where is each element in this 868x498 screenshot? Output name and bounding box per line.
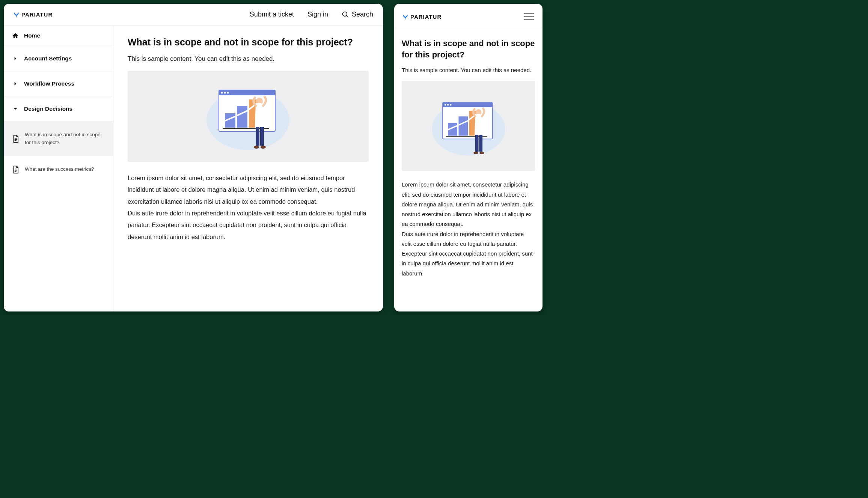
sign-in-link[interactable]: Sign in <box>307 11 328 18</box>
sidebar-subitem-label: What is in scope and not in scope for th… <box>25 131 105 147</box>
article-illustration <box>128 71 369 162</box>
svg-point-39 <box>479 152 484 154</box>
document-icon <box>12 165 20 174</box>
article-illustration-mobile <box>402 81 535 171</box>
desktop-view: PARIATUR Submit a ticket Sign in Search … <box>4 4 383 311</box>
article-paragraph-1-mobile: Lorem ipsum dolor sit amet, consectetur … <box>402 180 535 229</box>
svg-point-11 <box>221 92 223 94</box>
chevron-down-icon <box>12 105 19 112</box>
svg-rect-37 <box>479 135 482 152</box>
mobile-view: PARIATUR What is in scope and not in sco… <box>394 4 542 311</box>
svg-point-38 <box>473 152 478 154</box>
main-content: What is in scope and not in scope for th… <box>113 26 383 311</box>
brand-logo-mobile[interactable]: PARIATUR <box>402 14 442 20</box>
search-button[interactable]: Search <box>342 11 373 18</box>
svg-point-22 <box>254 146 259 149</box>
article-lead-mobile: This is sample content. You can edit thi… <box>402 67 535 73</box>
submit-ticket-link[interactable]: Submit a ticket <box>250 11 294 18</box>
mobile-main-content: What is in scope and not in scope for th… <box>394 28 542 311</box>
sidebar-subitem-label: What are the success metrics? <box>25 165 94 173</box>
sidebar-item-workflow-process[interactable]: Workflow Process <box>4 71 113 96</box>
sidebar: Home Account Settings Workflow Process D… <box>4 26 113 311</box>
article-paragraph-2: Duis aute irure dolor in reprehenderit i… <box>128 208 369 243</box>
mobile-header: PARIATUR <box>394 4 542 28</box>
sidebar-item-label: Design Decisions <box>24 105 72 112</box>
chart-person-illustration-icon <box>199 79 297 154</box>
search-label: Search <box>352 11 373 18</box>
home-icon <box>12 32 19 39</box>
article-lead: This is sample content. You can edit thi… <box>128 55 369 63</box>
hamburger-menu-button[interactable] <box>524 11 534 22</box>
brand-name-mobile: PARIATUR <box>410 14 442 20</box>
sidebar-subitem-metrics[interactable]: What are the success metrics? <box>4 156 113 183</box>
sidebar-subnav: What is in scope and not in scope for th… <box>4 122 113 183</box>
svg-rect-36 <box>475 135 478 152</box>
article-title: What is in scope and not in scope for th… <box>128 37 369 48</box>
body: Home Account Settings Workflow Process D… <box>4 26 383 311</box>
hamburger-icon <box>524 13 534 20</box>
svg-point-13 <box>227 92 229 94</box>
header: PARIATUR Submit a ticket Sign in Search <box>4 4 383 26</box>
sidebar-item-account-settings[interactable]: Account Settings <box>4 46 113 71</box>
svg-rect-21 <box>260 127 264 146</box>
svg-rect-31 <box>458 117 468 136</box>
chevron-right-icon <box>12 80 19 87</box>
sidebar-subitem-scope[interactable]: What is in scope and not in scope for th… <box>4 122 113 156</box>
brand-logo[interactable]: PARIATUR <box>14 11 53 18</box>
svg-point-28 <box>447 104 448 105</box>
svg-point-0 <box>342 12 347 16</box>
sidebar-item-label: Account Settings <box>24 55 72 62</box>
document-icon <box>12 135 20 143</box>
svg-line-1 <box>346 15 348 17</box>
svg-rect-15 <box>237 106 247 128</box>
brand-mark-icon <box>14 12 19 17</box>
svg-point-23 <box>261 146 266 149</box>
chart-person-illustration-icon <box>425 90 512 161</box>
sidebar-item-design-decisions[interactable]: Design Decisions <box>4 96 113 122</box>
article-paragraph-2-mobile: Duis aute irure dolor in reprehenderit i… <box>402 229 535 278</box>
svg-point-29 <box>450 104 451 105</box>
svg-point-27 <box>444 104 446 105</box>
sidebar-item-home[interactable]: Home <box>4 26 113 46</box>
brand-name: PARIATUR <box>21 11 53 18</box>
sidebar-item-label: Home <box>24 32 40 39</box>
svg-point-12 <box>224 92 226 94</box>
article-paragraph-1: Lorem ipsum dolor sit amet, consectetur … <box>128 172 369 208</box>
svg-rect-20 <box>256 127 259 146</box>
chevron-right-icon <box>12 55 19 62</box>
search-icon <box>342 11 349 18</box>
header-actions: Submit a ticket Sign in Search <box>250 11 373 18</box>
article-title-mobile: What is in scope and not in scope for th… <box>402 38 535 60</box>
brand-mark-icon <box>402 14 408 20</box>
sidebar-item-label: Workflow Process <box>24 80 74 87</box>
